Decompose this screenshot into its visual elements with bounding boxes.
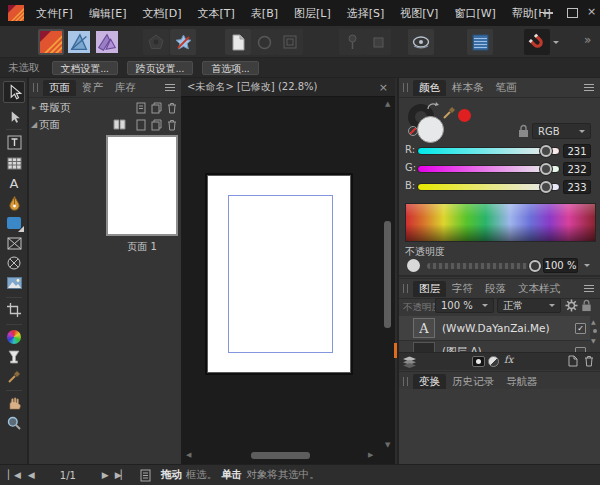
menu-window[interactable]: 窗口[W] bbox=[454, 6, 495, 21]
layers-scroll-up-icon[interactable]: ▲ bbox=[591, 318, 596, 325]
page-thumbnail[interactable] bbox=[106, 135, 178, 236]
tab-stock[interactable]: 库存 bbox=[109, 80, 142, 96]
crop-tool[interactable] bbox=[4, 301, 24, 319]
tab-transform[interactable]: 变换 bbox=[413, 374, 446, 390]
move-tool[interactable] bbox=[3, 81, 25, 103]
pages-row[interactable]: ◢ 页面 bbox=[29, 116, 181, 133]
place-image-tool[interactable] bbox=[4, 274, 24, 292]
anchor-button[interactable] bbox=[365, 29, 391, 55]
channel-value-g[interactable]: 232 bbox=[563, 162, 591, 176]
collapse-arrow-icon[interactable]: ▸ bbox=[29, 103, 39, 112]
add-page-button[interactable] bbox=[225, 29, 251, 55]
transparency-tool[interactable] bbox=[4, 348, 24, 366]
layers-scroll-down-icon[interactable]: ▼ bbox=[591, 337, 596, 344]
more-tools-icon[interactable]: » bbox=[584, 33, 591, 47]
page-list-icon[interactable] bbox=[140, 469, 151, 482]
channel-value-r[interactable]: 231 bbox=[563, 144, 591, 158]
document-close-icon[interactable]: × bbox=[379, 81, 388, 94]
layers-stack-icon[interactable] bbox=[402, 356, 417, 368]
preview-mode-button[interactable] bbox=[408, 29, 434, 55]
trash-icon[interactable] bbox=[167, 102, 177, 114]
tab-navigator[interactable]: 导航器 bbox=[500, 374, 544, 390]
menu-layer[interactable]: 图层[L] bbox=[294, 6, 331, 21]
panel-grip-icon[interactable] bbox=[403, 377, 408, 386]
scroll-right-icon[interactable]: ▶ bbox=[368, 452, 373, 459]
zoom-tool[interactable] bbox=[4, 414, 24, 432]
scroll-up-icon[interactable]: ▲ bbox=[385, 101, 390, 108]
panel-menu-icon[interactable] bbox=[584, 84, 594, 91]
scroll-down-icon[interactable]: ▼ bbox=[385, 442, 390, 449]
delete-layer-trash-icon[interactable] bbox=[584, 355, 594, 367]
layers-scroll-dot-icon[interactable] bbox=[593, 329, 597, 333]
opacity-dropdown[interactable] bbox=[580, 258, 593, 273]
color-eyedropper-icon[interactable] bbox=[442, 105, 457, 120]
color-spectrum[interactable] bbox=[405, 203, 596, 242]
mask-layer-icon[interactable] bbox=[472, 356, 485, 367]
lock-layer-icon[interactable] bbox=[581, 299, 592, 312]
trash-icon[interactable] bbox=[167, 119, 177, 131]
spread-setup-button[interactable]: 跨页设置... bbox=[127, 61, 193, 75]
pin-button[interactable] bbox=[339, 29, 365, 55]
previous-page-button[interactable]: ◀ bbox=[28, 470, 34, 480]
designer-persona-button[interactable] bbox=[66, 29, 92, 55]
canvas[interactable]: ▲ ▼ ◀ ▶ bbox=[181, 97, 395, 464]
publisher-persona-button[interactable] bbox=[38, 29, 64, 55]
first-page-button[interactable]: ▏◀ bbox=[8, 470, 20, 480]
next-page-button[interactable]: ▶ bbox=[102, 470, 108, 480]
last-page-button[interactable]: ▶▏ bbox=[115, 470, 127, 480]
channel-slider-r[interactable] bbox=[417, 147, 560, 155]
frame-insert-button[interactable] bbox=[277, 29, 303, 55]
pen-tool[interactable] bbox=[4, 194, 24, 212]
node-tool[interactable] bbox=[4, 108, 24, 126]
menu-select[interactable]: 选择[S] bbox=[347, 6, 385, 21]
edit-master-button[interactable] bbox=[170, 29, 196, 55]
vertical-scrollbar[interactable] bbox=[384, 221, 391, 328]
layer-row-text[interactable]: A (WwW.DaYanZai.Me) ✓ bbox=[399, 316, 590, 341]
photo-persona-button[interactable] bbox=[94, 29, 120, 55]
tab-layers[interactable]: 图层 bbox=[413, 281, 446, 297]
layer-row-2[interactable]: (图层 A) bbox=[399, 341, 590, 352]
slider-handle[interactable] bbox=[540, 181, 552, 193]
horizontal-scrollbar[interactable] bbox=[251, 452, 310, 459]
tab-paragraph[interactable]: 段落 bbox=[479, 281, 512, 297]
snapping-button[interactable] bbox=[524, 29, 550, 55]
slider-handle[interactable] bbox=[540, 163, 552, 175]
fx-icon[interactable]: fx bbox=[504, 354, 513, 365]
ellipse-insert-button[interactable] bbox=[251, 29, 277, 55]
master-pages-row[interactable]: ▸ 母版页 bbox=[29, 99, 181, 116]
docked-panel-sliver[interactable] bbox=[394, 343, 397, 358]
preferences-button[interactable]: 首选项... bbox=[202, 61, 258, 75]
document-tab[interactable]: <未命名> [已修改] (22.8%) bbox=[187, 80, 318, 94]
swap-colors-icon[interactable] bbox=[427, 102, 439, 112]
baseline-grid-button[interactable] bbox=[467, 29, 493, 55]
panel-grip-icon[interactable] bbox=[403, 83, 408, 92]
picture-frame-rect-tool[interactable] bbox=[4, 234, 24, 252]
menu-table[interactable]: 表[B] bbox=[251, 6, 278, 21]
menu-file[interactable]: 文件[F] bbox=[36, 6, 73, 21]
add-page-icon[interactable] bbox=[136, 102, 146, 114]
menu-document[interactable]: 文档[D] bbox=[142, 6, 181, 21]
color-picker-tool[interactable] bbox=[4, 368, 24, 386]
rectangle-tool[interactable] bbox=[4, 214, 24, 232]
view-pan-tool[interactable] bbox=[4, 394, 24, 412]
tab-pages[interactable]: 页面 bbox=[43, 80, 76, 96]
menu-edit[interactable]: 编辑[E] bbox=[89, 6, 127, 21]
frame-text-tool[interactable] bbox=[4, 133, 24, 151]
channel-slider-g[interactable] bbox=[417, 165, 560, 173]
layer-visibility-checkbox[interactable]: ✓ bbox=[575, 323, 586, 334]
duplicate-page-icon[interactable] bbox=[151, 102, 162, 114]
expand-arrow-icon[interactable]: ◢ bbox=[29, 120, 39, 129]
tab-swatches[interactable]: 样本条 bbox=[446, 80, 490, 96]
slider-handle[interactable] bbox=[540, 145, 552, 157]
blend-mode-dropdown[interactable]: 正常 bbox=[497, 298, 561, 313]
tab-stroke[interactable]: 笔画 bbox=[490, 80, 523, 96]
tab-assets[interactable]: 资产 bbox=[76, 80, 109, 96]
panel-grip-icon[interactable] bbox=[403, 284, 408, 293]
pentagon-tool-button[interactable] bbox=[143, 29, 169, 55]
table-tool[interactable] bbox=[4, 154, 24, 172]
tab-history[interactable]: 历史记录 bbox=[446, 374, 500, 390]
panel-grip-icon[interactable] bbox=[33, 83, 38, 92]
document-setup-button[interactable]: 文档设置... bbox=[52, 61, 118, 75]
layers-opacity-dropdown[interactable]: 100 % bbox=[435, 298, 494, 313]
window-maximize-button[interactable] bbox=[567, 8, 578, 18]
